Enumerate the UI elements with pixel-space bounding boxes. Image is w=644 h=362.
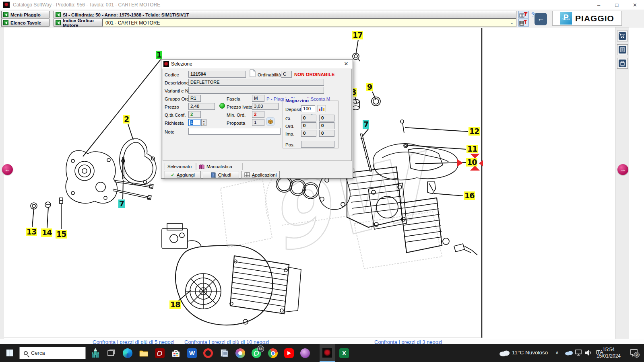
chiudi-button[interactable]: Chiudi — [203, 171, 239, 179]
part-label-16[interactable]: 16 — [464, 191, 475, 200]
stock-chart-button[interactable] — [318, 105, 326, 112]
notification-center-button[interactable]: 2 — [630, 349, 638, 357]
descrizione-field[interactable]: DEFLETTORE — [188, 79, 324, 86]
taskbar-store[interactable] — [170, 347, 182, 359]
applications-grid-icon — [244, 172, 250, 177]
taskbar-word[interactable]: W — [186, 347, 198, 359]
part-label-15[interactable]: 15 — [56, 230, 67, 239]
check-icon: ✓ — [171, 172, 175, 178]
part-label-10[interactable]: 10 — [466, 158, 477, 167]
note-field[interactable] — [188, 128, 281, 135]
qta-conf-field[interactable]: 2 — [188, 111, 201, 118]
note-label: Note — [165, 130, 174, 134]
taskbar-paint[interactable] — [234, 347, 246, 359]
castle-icon — [90, 348, 101, 358]
model-info-button[interactable]: SI - Cilindrata: 50 - Anno: 1979-1988 - … — [54, 11, 516, 19]
imp-field-2[interactable]: 0 — [319, 130, 334, 137]
compare-prices-link-2[interactable]: Confronta i prezzi di più di 10 negozi — [184, 339, 269, 344]
navigate-back-button[interactable]: ← — [535, 13, 547, 25]
clock-widget[interactable]: 15:54 15/01/2024 — [597, 346, 621, 359]
aggiungi-button[interactable]: ✓ Aggiungi — [165, 171, 201, 179]
maximize-button[interactable]: □ — [608, 0, 626, 10]
taskbar-youtube[interactable] — [283, 347, 295, 359]
elenco-tavole-button[interactable]: Elenco Tavole — [1, 19, 50, 27]
gruppo-ord-field[interactable]: R1 — [188, 95, 201, 102]
taskbar-excel[interactable]: X — [338, 347, 350, 359]
dialog-close-button[interactable]: ✕ — [341, 60, 352, 68]
tavola-combobox[interactable]: 001 - CARTER MOTORE ⌄ — [103, 19, 516, 27]
app-icon — [3, 2, 10, 8]
proposta-field[interactable]: 1 — [252, 119, 264, 126]
dialog-titlebar[interactable]: Selezione ✕ — [161, 60, 353, 68]
document-page-icon[interactable] — [249, 69, 256, 77]
close-button[interactable]: ✕ — [626, 0, 644, 10]
package-box-icon[interactable] — [266, 117, 275, 125]
varianti-field[interactable] — [188, 87, 324, 94]
prezzo-ivato-field[interactable]: 3,03 — [252, 103, 279, 110]
part-label-13[interactable]: 13 — [26, 228, 37, 236]
taskbar-castle-app[interactable] — [89, 347, 101, 359]
gi-field-2[interactable]: 0 — [319, 115, 334, 121]
part-label-7[interactable]: 7 — [118, 200, 125, 208]
pos-field[interactable] — [301, 141, 334, 148]
tavola-combobox-value: 001 - CARTER MOTORE — [105, 20, 160, 26]
part-label-17[interactable]: 17 — [352, 31, 363, 39]
min-ord-field[interactable]: 2 — [252, 111, 264, 118]
codice-field[interactable]: 121504 — [188, 71, 246, 78]
minimize-button[interactable]: – — [590, 0, 608, 10]
part-label-1[interactable]: 1 — [156, 51, 162, 59]
prezzo-field[interactable]: 2,48 — [188, 103, 215, 110]
weather-widget[interactable]: 11°C Nuvoloso — [512, 350, 548, 356]
part-label-11[interactable]: 11 — [466, 145, 478, 153]
fascia-field[interactable]: M — [252, 95, 264, 102]
start-button[interactable] — [0, 344, 19, 362]
word-icon: W — [187, 348, 197, 358]
compare-prices-link-3[interactable]: Confronta i prezzi di 3 negozi — [374, 339, 442, 344]
compare-prices-link-1[interactable]: Confronta i prezzi di più di 5 negozi — [93, 339, 174, 344]
taskbar-edge[interactable] — [122, 347, 134, 359]
taskbar-acrobat[interactable] — [154, 347, 166, 359]
filter-table-button[interactable] — [518, 11, 529, 19]
gi-field-1[interactable]: 0 — [301, 115, 316, 121]
imp-label: Imp. — [285, 132, 294, 136]
taskbar-documents-app[interactable] — [218, 347, 230, 359]
printer-icon — [619, 60, 626, 67]
volume-icon[interactable] — [584, 349, 592, 356]
richiesta-spinner-up[interactable]: ▲▼ — [201, 119, 206, 126]
taskbar-softway-active[interactable] — [320, 344, 335, 362]
taskbar-photos[interactable] — [299, 347, 311, 359]
chevron-down-icon: ⌄ — [510, 20, 514, 25]
part-label-14[interactable]: 14 — [41, 228, 52, 237]
task-view-button[interactable] — [105, 347, 118, 359]
taskbar-chrome[interactable] — [267, 347, 279, 359]
applicazioni-button[interactable]: Applicazioni — [241, 171, 280, 179]
indice-grafico-label: Indice Grafico Motore — [63, 18, 102, 28]
ordinabilita-field[interactable]: C — [281, 71, 292, 78]
taskbar-opera[interactable] — [202, 347, 214, 359]
taskbar-whatsapp[interactable]: 64 — [250, 347, 262, 359]
status-manualistica[interactable]: Manualistica — [196, 163, 243, 170]
filter-grid-button[interactable] — [518, 19, 529, 27]
ord-field-1[interactable]: 0 — [301, 122, 316, 129]
imp-field-1[interactable]: 0 — [301, 130, 316, 137]
indice-grafico-button[interactable]: Indice Grafico Motore — [54, 19, 103, 27]
next-table-button[interactable]: → — [617, 164, 628, 175]
part-label-12[interactable]: 12 — [469, 127, 480, 136]
part-label-2[interactable]: 2 — [123, 115, 130, 123]
richiesta-input[interactable]: 1 — [188, 119, 200, 126]
cart-button[interactable] — [617, 31, 628, 41]
part-label-18[interactable]: 18 — [169, 300, 181, 309]
menu-piaggio-button[interactable]: Menù Piaggio — [1, 11, 50, 19]
deposito-combobox[interactable]: 100⌄ — [301, 105, 315, 112]
part-label-9[interactable]: 9 — [366, 83, 373, 91]
taskbar-explorer[interactable] — [138, 347, 150, 359]
part-label-7[interactable]: 7 — [363, 120, 369, 129]
document-button[interactable] — [617, 44, 628, 55]
taskbar-search[interactable]: Cerca — [19, 347, 86, 359]
prev-table-button[interactable]: ← — [2, 164, 13, 175]
tray-chevron-icon[interactable]: ∧ — [555, 350, 559, 355]
ord-field-2[interactable]: 0 — [319, 122, 334, 129]
onedrive-cloud-icon[interactable] — [564, 349, 573, 356]
network-icon[interactable] — [575, 349, 583, 356]
print-button[interactable] — [617, 58, 628, 69]
